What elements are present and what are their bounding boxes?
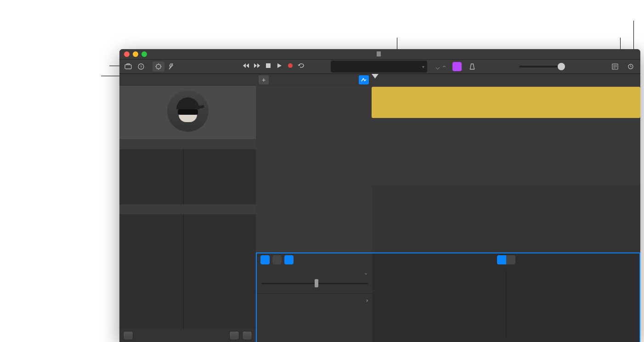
artist-avatar-icon	[167, 90, 209, 132]
tab-eq[interactable]	[506, 255, 515, 264]
revert-button[interactable]	[123, 331, 133, 340]
metronome-button[interactable]	[466, 62, 478, 72]
library-title	[119, 74, 256, 86]
tuner-button[interactable]: ⌵	[435, 62, 440, 71]
track-headers: +	[256, 74, 372, 252]
track-lane-2[interactable]	[372, 119, 640, 152]
track-lane-3[interactable]	[372, 152, 640, 185]
delete-button[interactable]	[229, 331, 239, 340]
disclosure-icon[interactable]: ⌄	[364, 270, 368, 276]
zoom-window[interactable]	[141, 51, 147, 57]
drummer-column	[184, 149, 256, 204]
master-volume[interactable]	[519, 66, 565, 67]
notes-button[interactable]	[609, 62, 621, 72]
library-footer	[119, 329, 256, 342]
svg-rect-0	[125, 65, 131, 69]
library-panel	[119, 74, 256, 342]
svg-text:?: ?	[140, 65, 142, 69]
rewind-button[interactable]	[243, 62, 250, 71]
sounds-header	[119, 204, 256, 214]
smart-left: ⌄ ›	[257, 253, 373, 342]
svg-rect-4	[266, 63, 271, 68]
effects-panel	[514, 270, 632, 338]
region-beat-machine[interactable]	[372, 87, 640, 118]
play-button[interactable]	[276, 62, 283, 71]
cycle-button[interactable]	[298, 62, 305, 71]
compare-button[interactable]	[284, 255, 294, 264]
arrange-area[interactable]	[372, 74, 640, 252]
window-title	[377, 51, 384, 57]
drummer-header	[119, 139, 256, 149]
close-window[interactable]	[124, 51, 130, 57]
sound-column	[184, 214, 256, 329]
automation-button[interactable]	[359, 75, 369, 84]
save-button[interactable]	[242, 331, 252, 340]
bypass-button[interactable]: 𝄐	[443, 63, 446, 70]
document-icon	[377, 51, 381, 56]
svg-point-5	[288, 63, 293, 68]
title-bar	[119, 49, 640, 59]
tab-master[interactable]	[272, 255, 282, 264]
smart-controls-button[interactable]	[153, 62, 164, 72]
quick-help-button[interactable]: ?	[135, 62, 147, 72]
toolbar: ? ▾ ⌵ 𝄐	[119, 59, 640, 74]
record-button[interactable]	[287, 62, 294, 71]
mix-panel	[380, 270, 498, 338]
minimize-window[interactable]	[133, 51, 138, 57]
tab-track[interactable]	[260, 255, 270, 264]
kit-column	[119, 214, 184, 329]
add-track-button[interactable]: +	[259, 75, 269, 84]
transport-controls	[243, 62, 305, 71]
count-in-button[interactable]	[452, 62, 462, 71]
category-column	[119, 149, 184, 204]
waveform-icon	[372, 93, 640, 116]
library-button[interactable]	[122, 62, 134, 72]
smart-controls-panel: ⌄ ›	[256, 252, 640, 342]
garageband-window: ? ▾ ⌵ 𝄐	[119, 49, 640, 342]
playhead-icon[interactable]	[372, 74, 378, 78]
chevron-right-icon: ›	[366, 297, 368, 303]
loop-browser-button[interactable]	[625, 62, 637, 72]
artist-thumbnail	[119, 86, 256, 139]
editors-button[interactable]	[165, 62, 177, 72]
sensitivity-slider[interactable]	[261, 280, 368, 286]
lcd-display[interactable]: ▾	[331, 61, 427, 73]
forward-button[interactable]	[254, 62, 261, 71]
plugins-row[interactable]: ›	[257, 294, 373, 307]
tab-controls[interactable]	[497, 255, 506, 264]
track-header-bar: +	[256, 74, 372, 86]
smart-right	[373, 253, 639, 342]
ruler[interactable]	[372, 74, 640, 86]
stop-button[interactable]	[265, 62, 272, 71]
track-lane-1[interactable]	[372, 86, 640, 119]
